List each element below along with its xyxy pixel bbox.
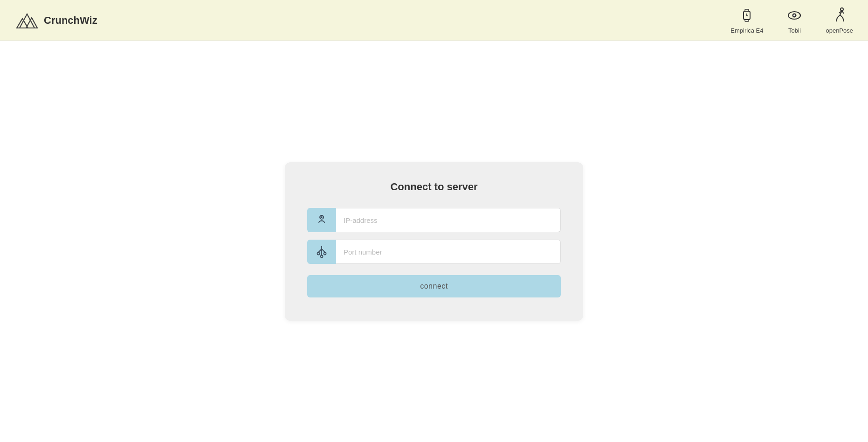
nav-item-openpose-label: openPose — [826, 27, 853, 34]
smartwatch-icon — [738, 7, 756, 24]
port-icon — [314, 244, 329, 259]
nav-item-tobii-label: Tobii — [788, 27, 801, 34]
svg-point-25 — [317, 253, 320, 255]
nav-item-empirica[interactable]: Empirica E4 — [730, 7, 763, 34]
nav-item-tobii[interactable]: Tobii — [785, 7, 803, 34]
connect-card: Connect to server IP — [285, 162, 583, 321]
eye-icon — [785, 7, 803, 24]
nav-item-empirica-label: Empirica E4 — [730, 27, 763, 34]
svg-line-14 — [840, 15, 843, 18]
svg-line-24 — [322, 249, 325, 252]
svg-line-17 — [842, 11, 844, 14]
svg-point-10 — [793, 14, 795, 16]
svg-text:IP: IP — [320, 216, 323, 219]
person-walking-icon — [831, 7, 848, 24]
svg-point-26 — [324, 253, 326, 255]
ip-address-row: IP — [307, 208, 561, 232]
nav-icons: Empirica E4 Tobii openPose — [730, 7, 853, 34]
svg-rect-5 — [745, 20, 749, 21]
nav-item-openpose[interactable]: openPose — [826, 7, 853, 34]
port-number-input[interactable] — [336, 240, 561, 264]
ip-icon-box: IP — [307, 208, 336, 232]
svg-line-16 — [843, 18, 844, 21]
app-header: CrunchWiz Empirica E4 Tobii — [0, 0, 868, 41]
card-title: Connect to server — [307, 181, 561, 193]
ip-address-input[interactable] — [336, 208, 561, 232]
main-content: Connect to server IP — [0, 41, 868, 442]
logo-icon — [15, 8, 39, 33]
svg-rect-4 — [745, 9, 749, 11]
svg-point-27 — [321, 256, 323, 258]
ip-address-icon: IP — [314, 213, 329, 228]
port-icon-box — [307, 240, 336, 264]
svg-line-23 — [318, 249, 322, 252]
logo-area: CrunchWiz — [15, 8, 97, 33]
port-number-row — [307, 240, 561, 264]
svg-line-13 — [837, 15, 840, 18]
svg-line-15 — [836, 18, 837, 21]
connect-button[interactable]: connect — [307, 275, 561, 297]
app-name: CrunchWiz — [44, 14, 97, 27]
svg-point-11 — [840, 8, 843, 11]
